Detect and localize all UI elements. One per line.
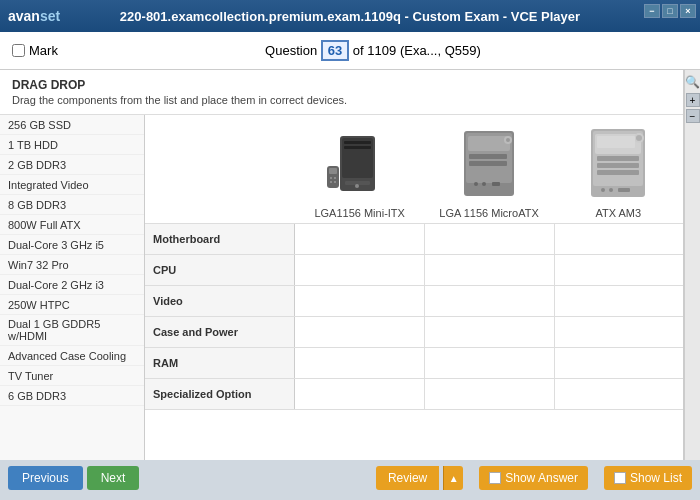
- question-label: Question: [265, 43, 317, 58]
- item-entry[interactable]: 250W HTPC: [0, 295, 144, 315]
- question-header: Mark Question 63 of 1109 (Exa..., Q559): [0, 32, 700, 70]
- svg-point-18: [482, 182, 486, 186]
- drop-cell[interactable]: [425, 348, 555, 378]
- row-label: CPU: [145, 255, 295, 285]
- app-logo: avanset: [8, 8, 60, 24]
- row-label: RAM: [145, 348, 295, 378]
- device-label-mini-itx: LGA1156 Mini-ITX: [295, 207, 424, 219]
- drop-cell[interactable]: [295, 255, 425, 285]
- action-row: Save Session End Exam: [0, 496, 700, 500]
- bottom-toolbar: Previous Next Review ▲ Show Answer Show …: [0, 460, 700, 500]
- show-answer-label: Show Answer: [505, 471, 578, 485]
- drop-cell[interactable]: [295, 348, 425, 378]
- images-row: LGA1156 Mini-ITX: [145, 115, 683, 224]
- svg-point-29: [609, 188, 613, 192]
- drop-cell[interactable]: [425, 379, 555, 409]
- item-entry[interactable]: 6 GB DDR3: [0, 386, 144, 406]
- item-entry[interactable]: 256 GB SSD: [0, 115, 144, 135]
- question-type-label: DRAG DROP: [12, 78, 671, 92]
- row-label: Specialized Option: [145, 379, 295, 409]
- drop-cell[interactable]: [555, 379, 683, 409]
- drop-row: Specialized Option: [145, 379, 683, 410]
- device-col-atx-am3: ATX AM3: [554, 123, 683, 219]
- drop-cell[interactable]: [555, 255, 683, 285]
- previous-button[interactable]: Previous: [8, 466, 83, 490]
- device-col-micro-atx: LGA 1156 MicroATX: [424, 123, 553, 219]
- item-entry[interactable]: Win7 32 Pro: [0, 255, 144, 275]
- drop-cell[interactable]: [555, 286, 683, 316]
- total-questions: 1109: [367, 43, 396, 58]
- device-image-atx-am3: [554, 123, 683, 203]
- title-bar: avanset 220-801.examcollection.premium.e…: [0, 0, 700, 32]
- svg-point-8: [330, 177, 332, 179]
- item-entry[interactable]: TV Tuner: [0, 366, 144, 386]
- svg-rect-25: [597, 156, 639, 161]
- scroll-down-button[interactable]: −: [686, 109, 700, 123]
- drop-cell[interactable]: [425, 286, 555, 316]
- item-entry[interactable]: Dual 1 GB GDDR5 w/HDMI: [0, 315, 144, 346]
- question-info: Question 63 of 1109 (Exa..., Q559): [58, 43, 688, 58]
- show-answer-button[interactable]: Show Answer: [479, 466, 588, 490]
- drop-cell[interactable]: [425, 317, 555, 347]
- main-content: DRAG DROP Drag the components from the l…: [0, 70, 700, 460]
- window-controls: − □ ×: [644, 4, 696, 18]
- device-image-mini-itx: [295, 123, 424, 203]
- exam-info: (Exa..., Q559): [400, 43, 481, 58]
- item-entry[interactable]: Advanced Case Cooling: [0, 346, 144, 366]
- drop-cell[interactable]: [555, 224, 683, 254]
- drop-row: CPU: [145, 255, 683, 286]
- drop-cell[interactable]: [295, 317, 425, 347]
- drop-cell[interactable]: [295, 286, 425, 316]
- of-label: of: [353, 43, 367, 58]
- question-number: 63: [321, 40, 349, 61]
- svg-point-11: [334, 181, 336, 183]
- svg-rect-26: [597, 163, 639, 168]
- mark-label: Mark: [29, 43, 58, 58]
- drop-row: Motherboard: [145, 224, 683, 255]
- minimize-button[interactable]: −: [644, 4, 660, 18]
- drop-cell[interactable]: [425, 255, 555, 285]
- question-instruction: Drag the components from the list and pl…: [12, 94, 671, 106]
- svg-rect-5: [344, 146, 371, 149]
- item-entry[interactable]: 1 TB HDD: [0, 135, 144, 155]
- drop-cell[interactable]: [555, 348, 683, 378]
- drop-row: RAM: [145, 348, 683, 379]
- svg-point-3: [355, 184, 359, 188]
- close-button[interactable]: ×: [680, 4, 696, 18]
- drop-row: Video: [145, 286, 683, 317]
- show-answer-checkbox: [489, 472, 501, 484]
- svg-rect-7: [329, 168, 337, 174]
- row-label: Video: [145, 286, 295, 316]
- item-entry[interactable]: 2 GB DDR3: [0, 155, 144, 175]
- mark-checkbox[interactable]: [12, 44, 25, 57]
- device-image-micro-atx: [424, 123, 553, 203]
- items-list: 256 GB SSD1 TB HDD2 GB DDR3Integrated Vi…: [0, 115, 145, 460]
- drop-cell[interactable]: [555, 317, 683, 347]
- svg-rect-4: [344, 141, 371, 144]
- item-entry[interactable]: Dual-Core 3 GHz i5: [0, 235, 144, 255]
- scrollbar-area: 🔍 + −: [684, 70, 700, 460]
- search-icon: 🔍: [685, 72, 700, 92]
- review-dropdown-button[interactable]: ▲: [443, 466, 463, 490]
- svg-point-28: [601, 188, 605, 192]
- device-col-mini-itx: LGA1156 Mini-ITX: [295, 123, 424, 219]
- svg-rect-27: [597, 170, 639, 175]
- drop-cell[interactable]: [425, 224, 555, 254]
- svg-point-9: [334, 177, 336, 179]
- row-label: Motherboard: [145, 224, 295, 254]
- item-entry[interactable]: 8 GB DDR3: [0, 195, 144, 215]
- item-entry[interactable]: Dual-Core 2 GHz i3: [0, 275, 144, 295]
- next-button[interactable]: Next: [87, 466, 140, 490]
- show-list-button[interactable]: Show List: [604, 466, 692, 490]
- maximize-button[interactable]: □: [662, 4, 678, 18]
- nav-row: Previous Next Review ▲ Show Answer Show …: [0, 460, 700, 496]
- drop-table: MotherboardCPUVideoCase and PowerRAMSpec…: [145, 224, 683, 410]
- question-text-area: DRAG DROP Drag the components from the l…: [0, 70, 683, 115]
- question-panel: DRAG DROP Drag the components from the l…: [0, 70, 684, 460]
- drop-cell[interactable]: [295, 379, 425, 409]
- item-entry[interactable]: Integrated Video: [0, 175, 144, 195]
- item-entry[interactable]: 800W Full ATX: [0, 215, 144, 235]
- review-button[interactable]: Review: [376, 466, 439, 490]
- scroll-up-button[interactable]: +: [686, 93, 700, 107]
- drop-cell[interactable]: [295, 224, 425, 254]
